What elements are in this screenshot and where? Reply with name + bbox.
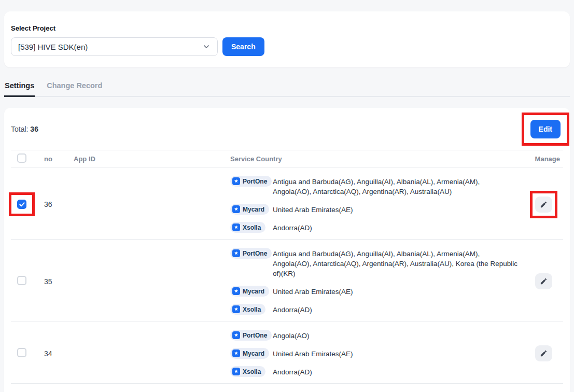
provider-badge-label: PortOne	[243, 332, 267, 339]
select-all-checkbox[interactable]	[17, 153, 26, 163]
column-header-no: no	[44, 155, 74, 163]
project-select[interactable]: [539] HIVE SDK(en)	[11, 37, 218, 56]
provider-badge-label: Xsolla	[243, 306, 261, 313]
provider-entry: Mycard United Arab Emirates(AE)	[230, 286, 519, 297]
provider-badge-label: Xsolla	[243, 368, 261, 375]
provider-countries: Antigua and Barbuda(AG), Anguilla(AI), A…	[273, 248, 519, 278]
provider-icon	[232, 205, 240, 213]
edit-button[interactable]: Edit	[530, 120, 561, 138]
provider-badge-label: PortOne	[243, 250, 267, 257]
provider-badge: Mycard	[230, 348, 269, 359]
edit-button-annotation: Edit	[522, 113, 569, 146]
provider-badge: Xsolla	[230, 304, 265, 315]
provider-countries: United Arab Emirates(AE)	[273, 204, 353, 215]
total-count: Total: 36	[11, 125, 38, 133]
provider-icon	[232, 177, 240, 185]
row-checkbox[interactable]	[17, 200, 26, 209]
table-header: no App ID Service Country Manage	[11, 150, 563, 167]
provider-entry: PortOne Angola(AO)	[230, 330, 519, 341]
table-row: 36 PortOne Antigua and Barbuda(AG), Angu…	[11, 167, 563, 240]
row-no: 35	[44, 277, 52, 286]
checkbox-annotation	[9, 192, 35, 216]
tab-bar: Settings Change Record	[4, 81, 570, 97]
provider-list: PortOne Antigua and Barbuda(AG), Anguill…	[230, 176, 519, 233]
column-header-manage: Manage	[519, 155, 563, 163]
provider-countries: Andorra(AD)	[273, 304, 312, 315]
provider-badge: Mycard	[230, 286, 269, 297]
provider-icon	[232, 287, 240, 295]
row-no: 34	[44, 349, 52, 358]
checkbox-annotation	[9, 269, 35, 292]
provider-entry: PortOne Antigua and Barbuda(AG), Anguill…	[230, 176, 519, 197]
provider-badge: Mycard	[230, 204, 269, 215]
provider-badge-label: Mycard	[243, 288, 264, 295]
provider-list: PortOne Antigua and Barbuda(AG), Anguill…	[230, 248, 519, 315]
provider-icon	[232, 331, 240, 339]
provider-badge: PortOne	[230, 330, 272, 341]
total-label: Total:	[11, 125, 28, 133]
table-row: 35 PortOne Antigua and Barbuda(AG), Angu…	[11, 240, 563, 321]
table-row: PortOne Germany(DE), France(FR), Korea (…	[11, 384, 563, 392]
provider-entry: PortOne Antigua and Barbuda(AG), Anguill…	[230, 248, 519, 278]
row-no: 36	[44, 200, 52, 208]
provider-countries: Andorra(AD)	[273, 366, 312, 377]
provider-icon	[232, 305, 240, 313]
provider-icon	[232, 349, 240, 357]
provider-badge: Xsolla	[230, 366, 265, 377]
pencil-icon	[540, 349, 548, 357]
provider-entry: Xsolla Andorra(AD)	[230, 304, 519, 315]
provider-countries: Andorra(AD)	[273, 222, 312, 233]
provider-badge: Xsolla	[230, 222, 265, 233]
table-body: 36 PortOne Antigua and Barbuda(AG), Angu…	[11, 167, 563, 392]
provider-badge-label: PortOne	[243, 178, 267, 185]
provider-icon	[232, 368, 240, 375]
provider-badge-label: Mycard	[243, 206, 264, 213]
provider-entry: Mycard United Arab Emirates(AE)	[230, 204, 519, 215]
select-project-label: Select Project	[11, 24, 563, 32]
row-edit-button[interactable]	[535, 345, 552, 361]
tab-change-record[interactable]: Change Record	[46, 81, 103, 97]
provider-countries: Angola(AO)	[273, 330, 310, 341]
row-checkbox[interactable]	[17, 348, 26, 357]
provider-badge: PortOne	[230, 176, 272, 187]
manage-annotation	[530, 268, 557, 295]
project-panel: Select Project [539] HIVE SDK(en) Search	[4, 11, 570, 67]
provider-entry: Xsolla Andorra(AD)	[230, 366, 519, 377]
provider-countries: United Arab Emirates(AE)	[273, 348, 353, 359]
provider-badge: PortOne	[230, 248, 272, 259]
provider-countries: United Arab Emirates(AE)	[273, 286, 353, 297]
search-button[interactable]: Search	[222, 37, 264, 56]
project-select-value: [539] HIVE SDK(en)	[18, 43, 88, 51]
manage-annotation	[530, 340, 557, 367]
row-edit-button[interactable]	[535, 273, 552, 289]
pencil-icon	[540, 277, 548, 285]
provider-countries: Antigua and Barbuda(AG), Anguilla(AI), A…	[273, 176, 519, 197]
column-header-service-country: Service Country	[230, 155, 519, 163]
provider-badge-label: Xsolla	[243, 224, 261, 231]
checkbox-annotation	[9, 341, 35, 365]
chevron-down-icon	[202, 43, 211, 51]
provider-list: PortOne Angola(AO) Mycard United Arab Em…	[230, 330, 519, 377]
manage-annotation	[530, 191, 557, 218]
provider-entry: Mycard United Arab Emirates(AE)	[230, 348, 519, 359]
row-checkbox[interactable]	[17, 276, 26, 285]
settings-table-card: Total: 36 Edit no App ID Service Country…	[4, 108, 570, 392]
provider-icon	[232, 223, 240, 231]
tab-settings[interactable]: Settings	[4, 81, 35, 97]
table-row: 34 PortOne Angola(AO) Mycard United Arab…	[11, 321, 563, 384]
provider-icon	[232, 249, 240, 257]
pencil-icon	[540, 201, 548, 208]
provider-badge-label: Mycard	[243, 350, 264, 357]
provider-entry: Xsolla Andorra(AD)	[230, 222, 519, 233]
column-header-app-id: App ID	[74, 155, 230, 163]
total-value: 36	[30, 125, 38, 133]
row-edit-button[interactable]	[535, 197, 552, 213]
